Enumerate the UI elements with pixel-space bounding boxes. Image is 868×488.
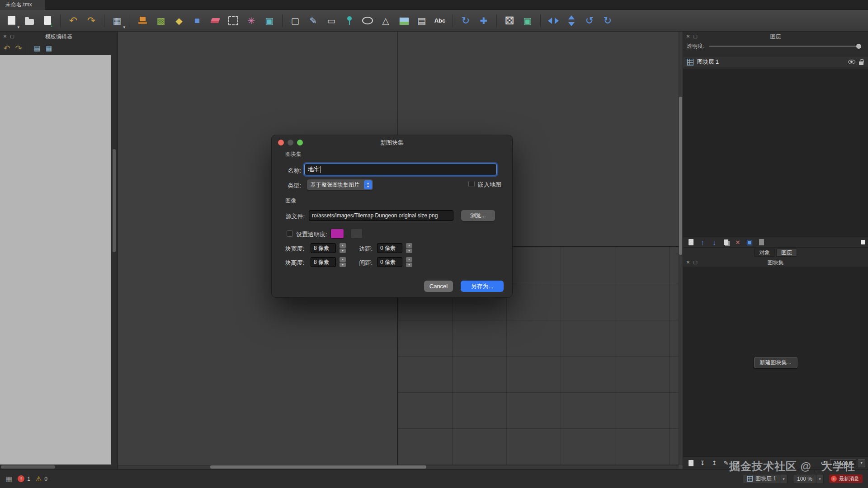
stamp-variations-icon[interactable]: ▦▾ [109,13,125,28]
template-redo-icon[interactable]: ↷ [14,44,24,53]
terrain-brush-icon[interactable]: ▩ [153,13,169,28]
template-undo-icon[interactable]: ↶ [2,44,12,53]
embed-checkbox[interactable] [468,181,475,187]
news-badge[interactable]: ! 最新消息 [829,474,863,483]
dropdown-caret-icon: ▾ [17,25,19,29]
toolbar-separator [282,14,283,27]
new-layer-icon[interactable] [686,238,696,247]
tile-width-field[interactable]: 8 像素 [311,243,336,253]
opacity-slider[interactable] [709,46,862,47]
tile-height-field[interactable]: 8 像素 [311,257,336,267]
insert-polygon-icon[interactable]: △ [378,13,393,28]
insert-rectangle-icon[interactable]: ▭ [324,13,339,28]
tile-height-label: 块高度: [272,259,304,267]
zoom-combo[interactable]: 100 % ▾ [793,474,824,484]
insert-tile-icon[interactable] [396,13,411,28]
layer-visibility-eye-icon[interactable] [848,60,855,64]
flip-vertical-icon[interactable] [564,13,579,28]
layer-name: 图块层 1 [697,58,719,66]
warning-icon[interactable]: ⚠ [36,475,42,483]
collapse-layers-icon[interactable] [861,240,865,244]
rotate-right-icon[interactable]: ↻ [600,13,615,28]
source-label: 源文件: [275,212,305,221]
type-dropdown[interactable]: 基于整张图块集图片 ▲▼ [307,179,373,190]
insert-text-icon[interactable]: Abc [432,13,448,28]
new-map-icon[interactable]: ▾ [4,13,19,28]
remove-layer-icon[interactable]: ✕ [733,238,743,247]
canvas-vertical-scrollbar-thumb[interactable] [679,97,682,255]
template-horizontal-scrollbar[interactable] [1,465,55,469]
save-as-button[interactable]: 另存为... [461,281,504,292]
margin-field[interactable]: 0 像素 [377,243,402,253]
template-grid-icon[interactable]: ▤ [32,44,42,53]
object-move-icon[interactable]: ✚ [476,13,491,28]
layers-panel-title: 图层 [683,33,868,41]
insert-ellipse-icon[interactable] [360,13,375,28]
transparency-checkbox[interactable] [287,230,293,237]
document-tab-bar: 未命名.tmx [0,0,868,10]
bucket-fill-icon[interactable]: ◆ [171,13,187,28]
insert-point-icon[interactable] [342,13,357,28]
new-tileset-icon[interactable] [686,459,696,468]
lower-layer-icon[interactable]: ↓ [709,238,719,247]
same-tile-select-icon[interactable]: ▣ [262,13,277,28]
source-file-value: ro/assets/images/Tilemap Dungeon origina… [312,212,438,219]
toggle-other-layers-icon[interactable]: ▣ [745,238,755,247]
tileset-zoom-caret-icon[interactable]: ▾ [858,459,865,467]
browse-button[interactable]: 浏览... [461,210,495,221]
select-objects-icon[interactable]: ▢ [288,13,303,28]
document-tab[interactable]: 未命名.tmx [0,0,45,10]
raise-layer-icon[interactable]: ↑ [698,238,708,247]
rect-select-icon[interactable] [226,13,241,28]
canvas-horizontal-scrollbar-thumb[interactable] [210,465,426,469]
template-editor-title: 模板编辑器 [0,33,118,41]
highlight-layer-icon[interactable]: ▣ [520,13,535,28]
error-badge-icon[interactable]: ! [18,475,24,482]
random-mode-icon[interactable]: ⚄ [502,13,517,28]
spacing-stepper[interactable]: ▲▼ [406,257,412,267]
stamp-brush-icon[interactable] [135,13,151,28]
template-vertical-scrollbar[interactable] [113,149,116,252]
name-input[interactable]: 地牢 [304,164,497,175]
spacing-field[interactable]: 0 像素 [377,257,402,267]
source-file-input[interactable]: ro/assets/images/Tilemap Dungeon origina… [309,210,453,221]
flip-horizontal-icon[interactable] [546,13,561,28]
current-layer-combo[interactable]: 图块层 1 ▾ [743,474,788,484]
edit-polygons-icon[interactable]: ✎ [306,13,321,28]
layer-list-item[interactable]: 图块层 1 [683,57,868,67]
tab-objects[interactable]: 对象 [754,249,775,257]
magic-wand-icon[interactable]: ✳ [244,13,259,28]
save-file-icon[interactable] [40,13,55,28]
insert-template-icon[interactable]: ▤ [414,13,429,28]
eraser-icon[interactable] [208,13,223,28]
color-picker-button[interactable] [350,229,363,239]
toolbar-separator [496,14,497,27]
news-label: 最新消息 [839,475,859,482]
template-editor-viewport[interactable] [0,55,111,465]
template-link-icon[interactable]: ▦ [44,44,54,53]
export-tileset-icon[interactable]: ↥ [709,459,719,468]
rotate-left-icon[interactable]: ↺ [582,13,597,28]
open-file-icon[interactable] [22,13,37,28]
undo-icon[interactable]: ↶ [66,13,81,28]
template-editor-toolbar: ↶↷▤▦ [2,42,116,54]
import-tileset-icon[interactable]: ↧ [698,459,708,468]
tilesets-panel-header: ✕ ▢ 图块集 [683,258,868,267]
cancel-button[interactable]: Cancel [424,281,453,292]
layer-properties-icon[interactable] [756,238,766,247]
margin-stepper[interactable]: ▲▼ [406,243,412,253]
transparent-color-swatch[interactable] [330,229,344,239]
layer-list-area[interactable] [683,69,868,237]
console-grid-icon[interactable]: ▦ [5,474,12,483]
watermark-text: 掘金技术社区 @ _大学牲 [729,459,855,474]
shape-fill-icon[interactable]: ■ [189,13,205,28]
opacity-slider-knob[interactable] [856,43,862,49]
duplicate-layer-icon[interactable] [721,238,731,247]
new-tileset-button[interactable]: 新建图块集... [754,357,797,368]
spacing-label: 间距: [340,259,373,267]
redo-icon[interactable]: ↷ [84,13,99,28]
tab-layers[interactable]: 图层 [776,249,797,257]
layer-lock-icon[interactable] [859,61,863,65]
canvas-vertical-scrollbar-track[interactable] [679,32,683,465]
object-rotate-icon[interactable]: ↻ [458,13,473,28]
